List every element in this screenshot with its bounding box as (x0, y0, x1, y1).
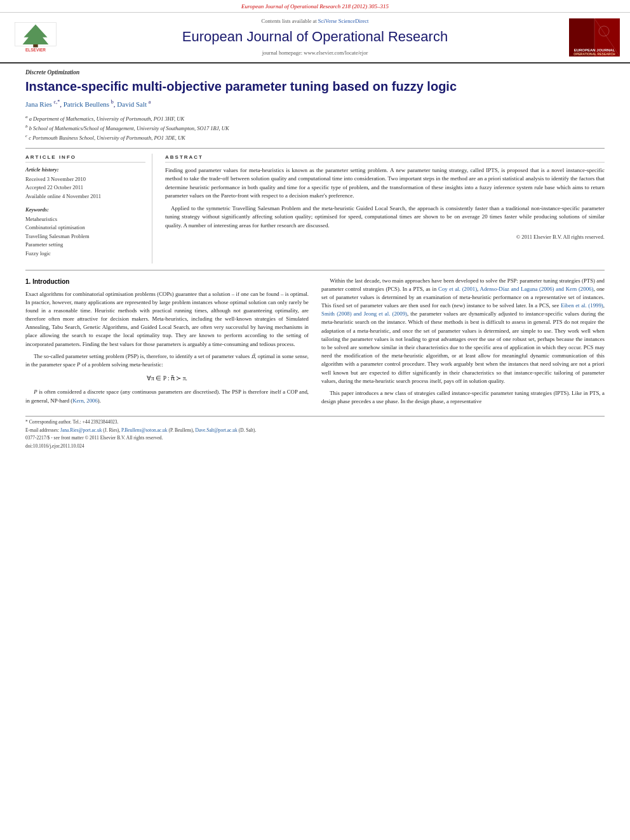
author-ries-affil: c,* (54, 99, 60, 105)
issn-note: 0377-2217/$ - see front matter © 2011 El… (25, 435, 605, 442)
author-david-salt[interactable]: David Salt (117, 100, 147, 108)
body-section: 1. Introduction Exact algorithms for com… (25, 277, 605, 410)
footnotes-section: * Corresponding author. Tel.: +44 239238… (25, 416, 605, 450)
journal-header: ELSEVIER Contents lists available at Sci… (0, 13, 630, 64)
affiliation-a: a a Department of Mathematics, Universit… (25, 114, 605, 123)
header-divider (25, 148, 605, 149)
accepted-date: Accepted 22 October 2011 (25, 183, 145, 192)
abstract-column: ABSTRACT Finding good parameter values f… (165, 154, 605, 263)
keyword-5: Fuzzy logic (25, 250, 145, 258)
author-salt-affil: a (149, 99, 151, 105)
keyword-3: Travelling Salesman Problem (25, 232, 145, 241)
ejor-logo: EUROPEAN JOURNAL OPERATIONAL RESEARCH (569, 18, 620, 57)
body-right-column: Within the last decade, two main approac… (321, 277, 605, 410)
header-center: Contents lists available at SciVerse Sci… (67, 18, 563, 58)
right-para-1: Within the last decade, two main approac… (321, 277, 605, 385)
affiliation-b: b b School of Mathematics/School of Mana… (25, 123, 605, 133)
keyword-1: Metaheuristics (25, 215, 145, 224)
right-para-2: This paper introduces a new class of str… (321, 389, 605, 406)
body-two-columns: 1. Introduction Exact algorithms for com… (25, 277, 605, 410)
smith-2008-link[interactable]: Smith (2008) and Jeong et al. (2009) (321, 310, 407, 317)
journal-citation-bar: European Journal of Operational Research… (0, 0, 630, 13)
email-salt-link[interactable]: Dave.Salt@port.ac.uk (196, 427, 238, 433)
math-formula: ∀π ∈ P : π̃ ≻ π. (25, 374, 309, 383)
article-title: Instance-specific multi-objective parame… (25, 78, 605, 95)
intro-para-2: The so-called parameter setting problem … (25, 352, 309, 369)
section-label: Discrete Optimization (25, 69, 605, 77)
body-divider (25, 270, 605, 270)
svg-rect-2 (33, 44, 37, 48)
svg-marker-1 (23, 25, 49, 45)
keywords-block: Keywords: Metaheuristics Combinatorial o… (25, 206, 145, 258)
article-info-heading: ARTICLE INFO (25, 154, 145, 163)
keyword-2: Combinatorial optimisation (25, 223, 145, 232)
doi-note: doi:10.1016/j.ejor.2011.10.024 (25, 443, 605, 450)
journal-title: European Journal of Operational Research (67, 27, 563, 47)
affiliations-block: a a Department of Mathematics, Universit… (25, 114, 605, 143)
intro-para-1: Exact algorithms for combinatorial optim… (25, 290, 309, 349)
author-beullens-affil: b (111, 99, 114, 105)
abstract-heading: ABSTRACT (165, 154, 605, 163)
email-note: E-mail addresses: Jana.Ries@port.ac.uk (… (25, 427, 605, 434)
svg-text:OPERATIONAL RESEARCH: OPERATIONAL RESEARCH (573, 52, 615, 56)
adenso-2006-link[interactable]: Adenso-Díaz and Laguna (2006) and Kern (… (480, 286, 594, 292)
keywords-label: Keywords: (25, 206, 145, 214)
article-info-abstract-columns: ARTICLE INFO Article history: Received 3… (25, 154, 605, 263)
authors-line: Jana Ries c,*, Patrick Beullens b, David… (25, 98, 605, 109)
ejor-logo-svg: EUROPEAN JOURNAL OPERATIONAL RESEARCH (569, 18, 620, 57)
intro-para-3: P is often considered a discrete space (… (25, 388, 309, 404)
email-ries-link[interactable]: Jana.Ries@port.ac.uk (60, 427, 102, 433)
body-left-column: 1. Introduction Exact algorithms for com… (25, 277, 309, 410)
abstract-text: Finding good parameter values for meta-h… (165, 166, 605, 230)
main-content: Discrete Optimization Instance-specific … (0, 63, 630, 461)
article-info-column: ARTICLE INFO Article history: Received 3… (25, 154, 152, 263)
abstract-para-2: Applied to the symmetric Travelling Sale… (165, 204, 605, 230)
kern-2006-link[interactable]: Kern, 2006 (72, 397, 98, 404)
affiliation-c: c c Portsmouth Business School, Universi… (25, 133, 605, 142)
copyright-line: © 2011 Elsevier B.V. All rights reserved… (165, 234, 605, 241)
homepage-line: journal homepage: www.elsevier.com/locat… (67, 50, 563, 57)
introduction-heading: 1. Introduction (25, 277, 309, 286)
corresponding-author-note: * Corresponding author. Tel.: +44 239238… (25, 419, 605, 426)
email-beullens-link[interactable]: P.Beullens@soton.ac.uk (121, 427, 168, 433)
elsevier-logo-svg: ELSEVIER (10, 20, 61, 52)
keyword-4: Parameter setting (25, 241, 145, 250)
article-history-block: Article history: Received 3 November 201… (25, 166, 145, 201)
sciverse-link[interactable]: SciVerse ScienceDirect (318, 18, 369, 24)
author-patrick-beullens[interactable]: Patrick Beullens (64, 100, 109, 108)
article-history-label: Article history: (25, 166, 145, 174)
abstract-para-1: Finding good parameter values for meta-h… (165, 166, 605, 201)
coy-2001-link[interactable]: Coy et al. (2001) (438, 286, 477, 292)
eiben-1999-link[interactable]: Eiben et al. (1999) (561, 302, 603, 309)
contents-available-line: Contents lists available at SciVerse Sci… (67, 18, 563, 25)
svg-text:ELSEVIER: ELSEVIER (25, 48, 46, 52)
received-date: Received 3 November 2010 (25, 175, 145, 184)
elsevier-logo: ELSEVIER (10, 20, 61, 55)
journal-citation-text: European Journal of Operational Research… (241, 3, 389, 10)
available-date: Available online 4 November 2011 (25, 192, 145, 201)
author-jana-ries[interactable]: Jana Ries (25, 100, 52, 108)
